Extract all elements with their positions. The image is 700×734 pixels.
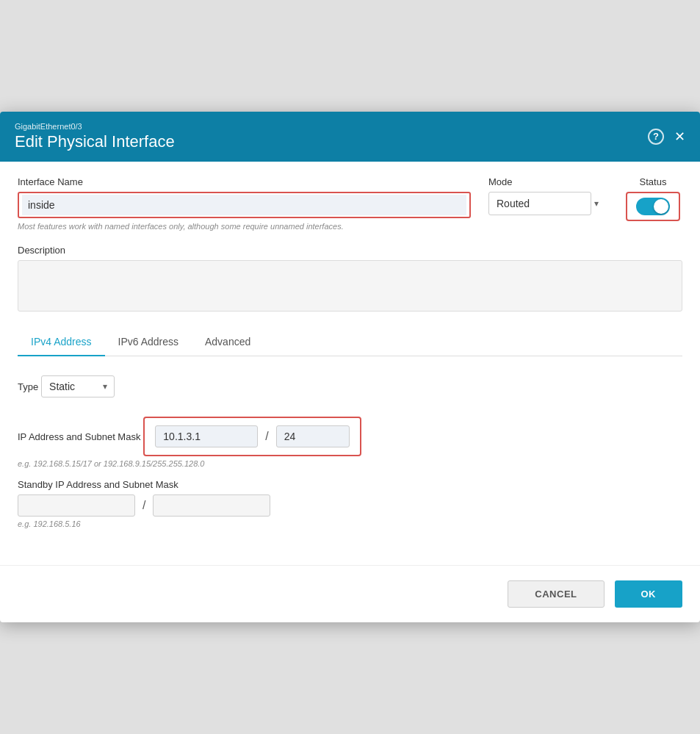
interface-name-label: Interface Name bbox=[18, 176, 471, 187]
tab-ipv6-address[interactable]: IPv6 Address bbox=[105, 328, 192, 356]
type-select[interactable]: Static DHCP PPPoE bbox=[41, 375, 115, 397]
mode-select-arrow-icon: ▾ bbox=[594, 198, 599, 209]
status-toggle-border bbox=[626, 192, 680, 221]
tab-ipv4-address[interactable]: IPv4 Address bbox=[18, 328, 105, 356]
cancel-button[interactable]: CANCEL bbox=[508, 580, 604, 608]
toggle-knob bbox=[654, 199, 668, 214]
mode-label: Mode bbox=[488, 176, 606, 187]
edit-physical-interface-dialog: GigabitEthernet0/3 Edit Physical Interfa… bbox=[0, 112, 700, 622]
standby-fields: / bbox=[18, 494, 682, 517]
dialog-subtitle: GigabitEthernet0/3 bbox=[15, 122, 175, 131]
standby-slash-separator: / bbox=[142, 499, 145, 512]
top-row: Interface Name Most features work with n… bbox=[18, 176, 682, 232]
description-section: Description bbox=[18, 244, 682, 314]
ip-address-label: IP Address and Subnet Mask bbox=[18, 431, 140, 442]
ip-fields: / bbox=[155, 425, 349, 447]
mode-select[interactable]: Routed Transparent Passive bbox=[488, 192, 591, 215]
dialog-body: Interface Name Most features work with n… bbox=[0, 162, 700, 543]
ip-address-input[interactable] bbox=[155, 425, 258, 447]
ip-address-border: / bbox=[143, 417, 361, 456]
status-label: Status bbox=[640, 176, 667, 187]
interface-name-input-border bbox=[18, 192, 471, 218]
mode-group: Mode Routed Transparent Passive ▾ bbox=[488, 176, 606, 215]
standby-label: Standby IP Address and Subnet Mask bbox=[18, 479, 178, 490]
type-label: Type bbox=[18, 381, 38, 392]
mode-select-wrapper: Routed Transparent Passive ▾ bbox=[488, 192, 606, 215]
dialog-header: GigabitEthernet0/3 Edit Physical Interfa… bbox=[0, 112, 700, 162]
ipv4-tab-content: Type Static DHCP PPPoE ▾ IP Address and … bbox=[18, 356, 682, 543]
standby-section: Standby IP Address and Subnet Mask / e.g… bbox=[18, 478, 682, 528]
standby-hint: e.g. 192.168.5.16 bbox=[18, 519, 682, 528]
header-left: GigabitEthernet0/3 Edit Physical Interfa… bbox=[15, 122, 175, 151]
close-icon[interactable]: ✕ bbox=[674, 130, 685, 143]
status-toggle[interactable] bbox=[636, 198, 670, 215]
ip-address-hint: e.g. 192.168.5.15/17 or 192.168.9.15/255… bbox=[18, 459, 682, 468]
interface-name-input[interactable] bbox=[22, 195, 466, 215]
description-label: Description bbox=[18, 245, 65, 256]
interface-name-group: Interface Name Most features work with n… bbox=[18, 176, 471, 232]
type-select-wrapper: Static DHCP PPPoE ▾ bbox=[41, 375, 115, 397]
status-group: Status bbox=[624, 176, 682, 221]
tabs-section: IPv4 Address IPv6 Address Advanced bbox=[18, 328, 682, 356]
standby-subnet-input[interactable] bbox=[153, 494, 270, 517]
ip-slash-separator: / bbox=[265, 430, 268, 443]
type-section: Type Static DHCP PPPoE ▾ bbox=[18, 371, 682, 397]
subnet-mask-input[interactable] bbox=[276, 425, 350, 447]
description-textarea[interactable] bbox=[18, 260, 682, 312]
dialog-footer: CANCEL OK bbox=[0, 565, 700, 622]
ok-button[interactable]: OK bbox=[615, 580, 683, 608]
interface-name-hint: Most features work with named interfaces… bbox=[18, 221, 471, 232]
header-icons: ? ✕ bbox=[648, 129, 685, 145]
tab-advanced[interactable]: Advanced bbox=[192, 328, 264, 356]
ip-address-section: IP Address and Subnet Mask / e.g. 192.16… bbox=[18, 412, 682, 468]
standby-ip-input[interactable] bbox=[18, 494, 135, 517]
help-icon[interactable]: ? bbox=[648, 129, 664, 145]
dialog-title: Edit Physical Interface bbox=[15, 132, 175, 151]
